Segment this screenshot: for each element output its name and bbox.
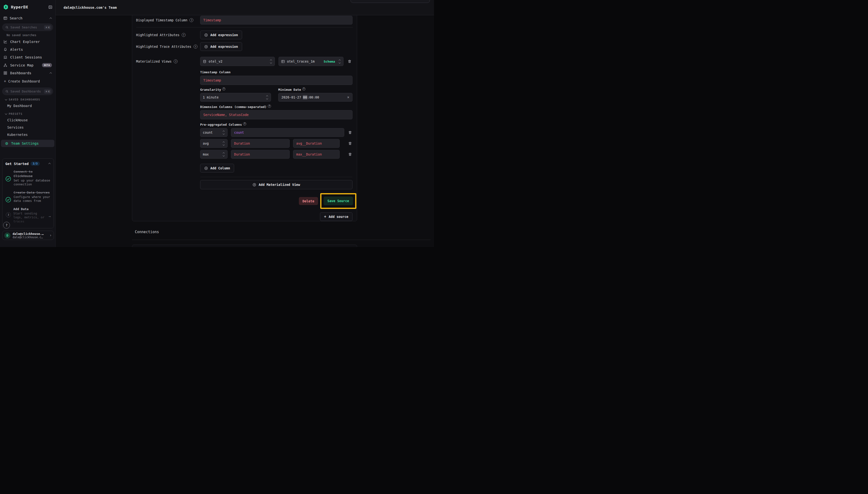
help-circle-icon[interactable]: ? xyxy=(268,104,271,108)
database-select[interactable]: otel_v2 xyxy=(200,57,275,66)
user-name: dale@clickhouse.… xyxy=(13,232,47,235)
row-highlighted-attributes: Highlighted Attributes ? Add expression xyxy=(136,31,353,39)
preagg-alias-input[interactable]: max__Duration xyxy=(293,150,340,159)
get-started-panel: Get Started 2/3 Connect to ClickHouse Se… xyxy=(2,158,54,228)
sidebar-header: HyperDX xyxy=(0,0,55,12)
topbar-floating-element xyxy=(350,0,430,3)
add-source-button[interactable]: + Add source xyxy=(320,212,352,221)
delete-row-button[interactable] xyxy=(348,141,352,146)
delete-row-button[interactable] xyxy=(348,130,352,135)
add-expression-button[interactable]: Add expression xyxy=(200,31,242,39)
create-dashboard-button[interactable]: + Create Dashboard xyxy=(0,77,55,86)
sidebar-item-alerts[interactable]: Alerts xyxy=(0,45,55,53)
sidebar-item-client-sessions[interactable]: Client Sessions xyxy=(0,53,55,61)
arrow-right-icon: → xyxy=(49,214,51,224)
hyperdx-logo-icon xyxy=(3,4,9,10)
aggregate-fn-select[interactable]: avg xyxy=(200,139,228,148)
sidebar-item-clickhouse[interactable]: ClickHouse xyxy=(0,116,55,124)
table-select[interactable]: otel_traces_1m Schema xyxy=(278,57,344,66)
minimum-date-input[interactable]: 2026-01-27 00 :00:00 × xyxy=(278,93,352,102)
dimension-columns-label: Dimension Columns (comma-separated) xyxy=(200,105,267,109)
trash-icon xyxy=(348,152,352,156)
select-chevrons-icon xyxy=(223,142,225,145)
shortcut-badge: ⌘K xyxy=(44,89,52,94)
saved-searches-input[interactable]: Saved Searches ⌘K xyxy=(2,23,53,31)
saved-dashboards-input[interactable]: Saved Dashboards ⌘K xyxy=(2,88,53,95)
add-expression-button[interactable]: Add expression xyxy=(200,42,242,51)
divider xyxy=(136,27,353,27)
schema-link[interactable]: Schema xyxy=(324,60,335,63)
plus-circle-icon xyxy=(253,183,256,187)
check-circle-icon xyxy=(5,197,11,203)
select-chevrons-icon xyxy=(339,60,341,63)
app-root: HyperDX Search Saved Searches ⌘K No save… xyxy=(0,0,434,247)
brand-title: HyperDX xyxy=(11,5,46,10)
chevron-down-icon xyxy=(5,98,7,100)
laptop-icon xyxy=(3,55,7,59)
help-circle-icon[interactable]: ? xyxy=(174,59,178,63)
delete-source-button[interactable]: Delete xyxy=(299,197,318,205)
preagg-row: avg Duration avg__Duration xyxy=(200,139,352,148)
sidebar-item-dashboards[interactable]: Dashboards xyxy=(0,69,55,77)
chevron-down-icon xyxy=(5,112,7,115)
task-add-data[interactable]: 3 Add Data Start sending logs, metrics, … xyxy=(5,207,51,224)
sidebar-item-service-map[interactable]: Service Map BETA xyxy=(0,61,55,69)
bell-icon xyxy=(3,48,7,52)
save-source-button[interactable]: Save Source xyxy=(324,196,353,205)
dimension-columns-input[interactable]: ServiceName, StatusCode xyxy=(200,110,352,119)
selected-time-segment: 00 xyxy=(303,95,307,99)
plus-icon: + xyxy=(324,214,326,219)
task-create-data-sources[interactable]: Create Data Sources Configure where your… xyxy=(5,190,51,203)
help-button[interactable]: ? xyxy=(3,222,10,229)
sidebar-section-search[interactable]: Search xyxy=(0,12,55,22)
aggregate-fn-select[interactable]: max xyxy=(200,150,228,159)
beta-badge: BETA xyxy=(42,63,52,67)
sidebar-collapse-button[interactable] xyxy=(48,5,52,9)
preagg-column-input[interactable]: Duration xyxy=(231,139,290,148)
sidebar-item-my-dashboard[interactable]: My Dashboard xyxy=(0,102,55,110)
preagg-column-input[interactable]: count xyxy=(231,128,344,137)
granularity-select[interactable]: 1 minute xyxy=(200,93,271,102)
save-source-highlight: Save Source xyxy=(320,193,356,209)
help-circle-icon[interactable]: ? xyxy=(194,45,197,49)
trash-icon xyxy=(348,131,352,134)
help-circle-icon[interactable]: ? xyxy=(222,87,225,91)
help-circle-icon[interactable]: ? xyxy=(190,18,193,22)
group-saved-dashboards[interactable]: SAVED DASHBOARDS xyxy=(0,95,55,102)
help-circle-icon[interactable]: ? xyxy=(182,33,186,37)
select-chevrons-icon xyxy=(266,96,268,99)
user-account-card[interactable]: D dale@clickhouse.… dale@clickhouse.c… › xyxy=(2,231,54,240)
trash-icon xyxy=(348,59,351,63)
delete-row-button[interactable] xyxy=(348,152,352,157)
help-circle-icon[interactable]: ? xyxy=(243,122,246,126)
sidebar-item-services[interactable]: Services xyxy=(0,124,55,131)
table-icon xyxy=(281,60,285,63)
connections-heading: Connections xyxy=(135,230,159,234)
task-connect-clickhouse[interactable]: Connect to ClickHouse Set up your databa… xyxy=(5,170,51,187)
sidebar-item-team-settings[interactable]: Team Settings xyxy=(1,140,54,147)
check-circle-icon xyxy=(5,176,11,182)
clear-date-icon[interactable]: × xyxy=(347,95,349,99)
get-started-header[interactable]: Get Started 2/3 xyxy=(5,162,51,166)
help-circle-icon[interactable]: ? xyxy=(302,87,305,91)
chevron-up-icon xyxy=(50,17,52,20)
aggregate-fn-select[interactable]: count xyxy=(200,128,228,137)
progress-badge: 2/3 xyxy=(31,162,40,166)
preagg-alias-input[interactable]: avg__Duration xyxy=(293,139,340,148)
sidebar-item-kubernetes[interactable]: Kubernetes xyxy=(0,131,55,138)
chart-icon xyxy=(3,40,7,44)
form-actions: Delete Save Source xyxy=(200,193,356,209)
displayed-timestamp-input[interactable]: Timestamp xyxy=(200,16,352,24)
mv-config: Timestamp Column Timestamp Granularity ? xyxy=(136,66,353,221)
mv-timestamp-input[interactable]: Timestamp xyxy=(200,76,352,85)
group-presets[interactable]: PRESETS xyxy=(0,110,55,116)
preagg-column-input[interactable]: Duration xyxy=(231,150,290,159)
delete-materialized-view-button[interactable] xyxy=(347,59,352,64)
saved-searches-placeholder: Saved Searches xyxy=(11,25,42,29)
search-results-table-icon xyxy=(3,16,7,20)
highlighted-attributes-label: Highlighted Attributes xyxy=(136,33,179,37)
add-column-button[interactable]: Add Column xyxy=(200,164,234,172)
timestamp-column-label: Timestamp Column xyxy=(200,70,352,74)
add-materialized-view-button[interactable]: Add Materialized View xyxy=(200,180,352,189)
sidebar-item-chart-explorer[interactable]: Chart Explorer xyxy=(0,38,55,45)
